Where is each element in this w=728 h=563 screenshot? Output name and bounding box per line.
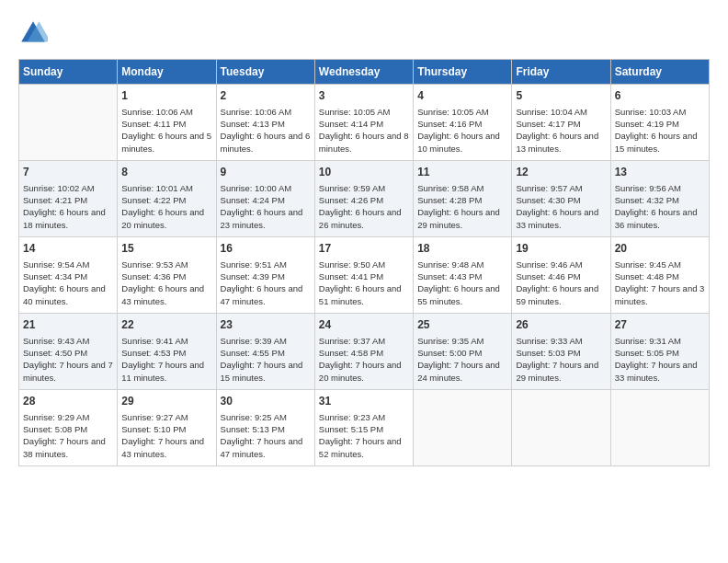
calendar-cell: 22 Sunrise: 9:41 AM Sunset: 4:53 PM Dayl… (118, 313, 216, 389)
day-number: 9 (221, 165, 311, 180)
sunset-text: Sunset: 5:03 PM (516, 348, 580, 358)
day-number: 10 (319, 165, 409, 180)
calendar-cell: 7 Sunrise: 10:02 AM Sunset: 4:21 PM Dayl… (19, 160, 118, 236)
sunrise-text: Sunrise: 10:06 AM (121, 107, 193, 117)
calendar-cell: 25 Sunrise: 9:35 AM Sunset: 5:00 PM Dayl… (414, 313, 512, 389)
calendar-header-sunday: Sunday (19, 60, 118, 85)
day-number: 16 (221, 241, 311, 257)
calendar-cell: 1 Sunrise: 10:06 AM Sunset: 4:11 PM Dayl… (118, 85, 216, 161)
logo (18, 18, 51, 48)
sunrise-text: Sunrise: 9:53 AM (121, 259, 188, 270)
sunset-text: Sunset: 4:30 PM (516, 195, 580, 205)
sunrise-text: Sunrise: 9:50 AM (319, 259, 385, 270)
sunset-text: Sunset: 5:05 PM (615, 348, 679, 358)
sunrise-text: Sunrise: 9:35 AM (417, 336, 483, 346)
calendar-cell: 28 Sunrise: 9:29 AM Sunset: 5:08 PM Dayl… (19, 389, 118, 465)
sunrise-text: Sunrise: 10:05 AM (417, 107, 489, 117)
sunset-text: Sunset: 5:15 PM (319, 424, 383, 434)
daylight-text: Daylight: 6 hours and 10 minutes. (417, 131, 500, 153)
calendar-cell: 27 Sunrise: 9:31 AM Sunset: 5:05 PM Dayl… (610, 313, 709, 389)
sunset-text: Sunset: 4:34 PM (23, 271, 87, 282)
calendar-cell: 15 Sunrise: 9:53 AM Sunset: 4:36 PM Dayl… (118, 236, 216, 313)
calendar-cell: 16 Sunrise: 9:51 AM Sunset: 4:39 PM Dayl… (216, 236, 314, 313)
sunrise-text: Sunrise: 9:56 AM (615, 183, 681, 193)
daylight-text: Daylight: 6 hours and 20 minutes. (121, 207, 204, 229)
sunset-text: Sunset: 4:21 PM (23, 195, 87, 205)
sunset-text: Sunset: 4:50 PM (23, 348, 87, 358)
sunrise-text: Sunrise: 9:46 AM (516, 259, 582, 270)
sunset-text: Sunset: 4:26 PM (319, 195, 383, 205)
sunrise-text: Sunrise: 10:05 AM (319, 107, 391, 117)
daylight-text: Daylight: 7 hours and 11 minutes. (121, 360, 204, 382)
day-number: 2 (221, 88, 311, 104)
calendar-cell: 23 Sunrise: 9:39 AM Sunset: 4:55 PM Dayl… (216, 313, 314, 389)
calendar-week-row: 14 Sunrise: 9:54 AM Sunset: 4:34 PM Dayl… (19, 236, 710, 313)
calendar-cell: 30 Sunrise: 9:25 AM Sunset: 5:13 PM Dayl… (216, 389, 314, 465)
daylight-text: Daylight: 6 hours and 33 minutes. (516, 207, 598, 229)
daylight-text: Daylight: 6 hours and 55 minutes. (417, 283, 500, 305)
calendar-cell: 26 Sunrise: 9:33 AM Sunset: 5:03 PM Dayl… (512, 313, 610, 389)
sunset-text: Sunset: 4:13 PM (221, 119, 285, 129)
calendar-cell: 13 Sunrise: 9:56 AM Sunset: 4:32 PM Dayl… (610, 160, 709, 236)
calendar-cell (19, 85, 118, 161)
calendar-cell: 12 Sunrise: 9:57 AM Sunset: 4:30 PM Dayl… (512, 160, 610, 236)
calendar-cell: 17 Sunrise: 9:50 AM Sunset: 4:41 PM Dayl… (314, 236, 413, 313)
calendar-cell: 5 Sunrise: 10:04 AM Sunset: 4:17 PM Dayl… (512, 85, 610, 161)
daylight-text: Daylight: 7 hours and 20 minutes. (319, 360, 402, 382)
sunrise-text: Sunrise: 9:48 AM (417, 259, 483, 270)
day-number: 14 (23, 241, 113, 257)
daylight-text: Daylight: 6 hours and 26 minutes. (319, 207, 402, 229)
sunset-text: Sunset: 5:00 PM (417, 348, 482, 358)
day-number: 13 (615, 165, 705, 180)
calendar-cell: 6 Sunrise: 10:03 AM Sunset: 4:19 PM Dayl… (610, 85, 709, 161)
daylight-text: Daylight: 6 hours and 43 minutes. (121, 283, 204, 305)
day-number: 1 (121, 88, 211, 104)
calendar-header-monday: Monday (118, 60, 216, 85)
daylight-text: Daylight: 7 hours and 15 minutes. (221, 360, 303, 382)
sunrise-text: Sunrise: 10:00 AM (221, 183, 292, 193)
day-number: 30 (221, 394, 311, 409)
calendar-cell: 4 Sunrise: 10:05 AM Sunset: 4:16 PM Dayl… (414, 85, 512, 161)
sunset-text: Sunset: 4:28 PM (417, 195, 482, 205)
sunrise-text: Sunrise: 10:06 AM (221, 107, 292, 117)
sunset-text: Sunset: 4:46 PM (516, 271, 580, 282)
sunset-text: Sunset: 5:13 PM (221, 424, 285, 434)
sunset-text: Sunset: 5:08 PM (23, 424, 87, 434)
calendar-week-row: 28 Sunrise: 9:29 AM Sunset: 5:08 PM Dayl… (19, 389, 710, 465)
sunrise-text: Sunrise: 9:57 AM (516, 183, 582, 193)
sunrise-text: Sunrise: 9:43 AM (23, 336, 89, 346)
sunrise-text: Sunrise: 9:25 AM (221, 412, 287, 422)
sunrise-text: Sunrise: 10:02 AM (23, 183, 95, 193)
daylight-text: Daylight: 7 hours and 29 minutes. (516, 360, 598, 382)
logo-icon (18, 18, 48, 48)
calendar-week-row: 1 Sunrise: 10:06 AM Sunset: 4:11 PM Dayl… (19, 85, 710, 161)
daylight-text: Daylight: 7 hours and 43 minutes. (121, 436, 204, 458)
daylight-text: Daylight: 6 hours and 40 minutes. (23, 283, 106, 305)
day-number: 15 (121, 241, 211, 257)
calendar-cell: 3 Sunrise: 10:05 AM Sunset: 4:14 PM Dayl… (314, 85, 413, 161)
sunset-text: Sunset: 4:43 PM (417, 271, 482, 282)
day-number: 19 (516, 241, 606, 257)
calendar-cell: 18 Sunrise: 9:48 AM Sunset: 4:43 PM Dayl… (414, 236, 512, 313)
daylight-text: Daylight: 7 hours and 38 minutes. (23, 436, 106, 458)
day-number: 22 (121, 317, 211, 333)
sunset-text: Sunset: 4:39 PM (221, 271, 285, 282)
day-number: 17 (319, 241, 409, 257)
sunrise-text: Sunrise: 9:31 AM (615, 336, 681, 346)
daylight-text: Daylight: 7 hours and 52 minutes. (319, 436, 402, 458)
calendar-cell (512, 389, 610, 465)
day-number: 23 (221, 317, 311, 333)
daylight-text: Daylight: 6 hours and 23 minutes. (221, 207, 303, 229)
calendar-header-tuesday: Tuesday (216, 60, 314, 85)
sunset-text: Sunset: 5:10 PM (121, 424, 186, 434)
calendar-cell: 11 Sunrise: 9:58 AM Sunset: 4:28 PM Dayl… (414, 160, 512, 236)
day-number: 3 (319, 88, 409, 104)
day-number: 25 (417, 317, 507, 333)
sunrise-text: Sunrise: 9:37 AM (319, 336, 385, 346)
sunset-text: Sunset: 4:19 PM (615, 119, 679, 129)
sunrise-text: Sunrise: 9:51 AM (221, 259, 287, 270)
daylight-text: Daylight: 7 hours and 33 minutes. (615, 360, 698, 382)
daylight-text: Daylight: 6 hours and 51 minutes. (319, 283, 402, 305)
sunset-text: Sunset: 4:55 PM (221, 348, 285, 358)
calendar-cell (610, 389, 709, 465)
